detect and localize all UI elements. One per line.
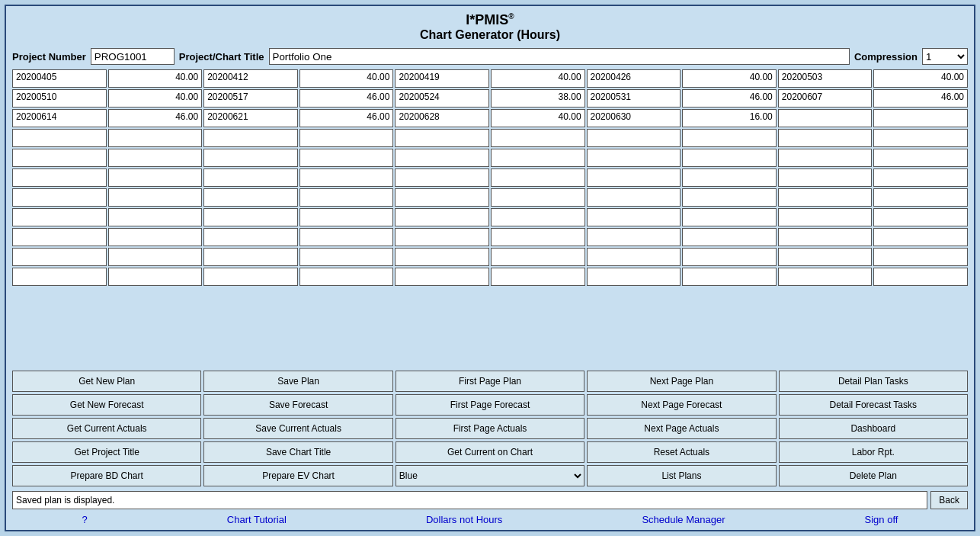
data-cell: 38.00	[491, 89, 585, 108]
action-button[interactable]: First Page Plan	[396, 371, 584, 392]
header: I*PMIS® Chart Generator (Hours)	[6, 6, 974, 45]
action-button[interactable]: Get New Forecast	[12, 394, 201, 416]
back-button[interactable]: Back	[930, 491, 968, 509]
action-button[interactable]: Save Plan	[203, 371, 392, 392]
data-cell	[682, 268, 777, 286]
data-cell	[587, 188, 681, 207]
action-button[interactable]: Prepare EV Chart	[203, 465, 392, 486]
data-cell: 20200405	[12, 69, 107, 88]
data-cell	[491, 129, 585, 147]
table-row: 2020040540.002020041240.002020041940.002…	[12, 69, 968, 88]
footer-link-signoff[interactable]: Sign off	[865, 514, 898, 525]
data-cell: 20200426	[587, 69, 681, 88]
data-cell	[12, 149, 107, 167]
data-cell	[395, 248, 489, 266]
footer-link-dollars[interactable]: Dollars not Hours	[426, 514, 502, 525]
data-cell	[778, 248, 873, 266]
data-cell: 20200531	[587, 89, 681, 108]
data-cell	[778, 169, 873, 187]
data-cell	[299, 129, 394, 147]
data-cell	[873, 129, 968, 147]
data-cell	[12, 268, 107, 286]
data-cell	[873, 169, 968, 187]
data-cell: 20200517	[203, 89, 298, 108]
action-button[interactable]: Dashboard	[779, 418, 968, 439]
data-cell	[491, 208, 585, 226]
data-cell: 46.00	[299, 109, 394, 127]
data-cell	[873, 188, 968, 207]
action-button[interactable]: Next Page Forecast	[587, 394, 776, 416]
data-cell: 20200524	[395, 89, 489, 108]
compression-label: Compression	[854, 51, 918, 63]
table-row	[12, 129, 968, 147]
table-row: 2020051040.002020051746.002020052438.002…	[12, 89, 968, 108]
data-cell	[682, 169, 777, 187]
data-cell	[682, 129, 777, 147]
data-cell: 40.00	[108, 89, 203, 108]
footer-links: ? Chart Tutorial Dollars not Hours Sched…	[6, 511, 974, 530]
data-cell	[395, 208, 489, 226]
data-cell: 46.00	[108, 109, 203, 127]
action-button[interactable]: First Page Forecast	[396, 394, 584, 416]
data-cell	[873, 248, 968, 266]
status-text: Saved plan is displayed.	[12, 491, 927, 509]
action-button[interactable]: First Page Actuals	[396, 418, 584, 439]
compression-select[interactable]: 123	[922, 48, 968, 65]
action-button[interactable]: Save Chart Title	[203, 441, 392, 463]
table-row	[12, 228, 968, 246]
app-title: I*PMIS®	[6, 12, 974, 28]
project-number-input[interactable]	[91, 48, 175, 65]
footer-link-chart-tutorial[interactable]: Chart Tutorial	[227, 514, 287, 525]
data-cell: 20200621	[203, 109, 298, 127]
data-cell	[682, 208, 777, 226]
action-button[interactable]: List Plans	[587, 465, 776, 486]
action-button[interactable]: Prepare BD Chart	[12, 465, 201, 486]
project-title-input[interactable]	[269, 48, 850, 65]
action-button[interactable]: Delete Plan	[779, 465, 968, 486]
data-cell	[587, 149, 681, 167]
action-button[interactable]: Save Forecast	[203, 394, 392, 416]
data-cell	[778, 109, 873, 127]
data-cell	[778, 268, 873, 286]
color-select[interactable]: BlueRedGreenBlackOrange	[396, 465, 584, 486]
data-cell	[203, 208, 298, 226]
action-button[interactable]: Get Current Actuals	[12, 418, 201, 439]
table-row	[12, 268, 968, 286]
data-cell: 40.00	[873, 69, 968, 88]
data-cell	[491, 268, 585, 286]
data-cell	[778, 208, 873, 226]
data-cell	[203, 129, 298, 147]
action-button[interactable]: Detail Plan Tasks	[779, 371, 968, 392]
data-cell	[873, 268, 968, 286]
data-cell	[203, 248, 298, 266]
data-cell: 40.00	[682, 69, 777, 88]
footer-link-schedule[interactable]: Schedule Manager	[642, 514, 725, 525]
action-button[interactable]: Next Page Plan	[587, 371, 776, 392]
action-button[interactable]: Get Current on Chart	[396, 441, 584, 463]
action-button[interactable]: Get New Plan	[12, 371, 201, 392]
data-cell	[12, 129, 107, 147]
data-cell	[299, 188, 394, 207]
footer-link-help[interactable]: ?	[82, 514, 88, 525]
data-cell	[12, 208, 107, 226]
data-cell: 46.00	[873, 89, 968, 108]
data-cell	[12, 228, 107, 246]
data-cell	[491, 228, 585, 246]
action-button[interactable]: Labor Rpt.	[779, 441, 968, 463]
table-row: 2020061446.002020062146.002020062840.002…	[12, 109, 968, 127]
action-button[interactable]: Save Current Actuals	[203, 418, 392, 439]
data-cell	[587, 208, 681, 226]
action-button[interactable]: Detail Forecast Tasks	[779, 394, 968, 416]
data-cell: 46.00	[299, 89, 394, 108]
data-cell	[12, 248, 107, 266]
action-button[interactable]: Get Project Title	[12, 441, 201, 463]
data-cell: 40.00	[491, 69, 585, 88]
data-cell: 20200628	[395, 109, 489, 127]
data-cell: 16.00	[682, 109, 777, 127]
project-row: Project Number Project/Chart Title Compr…	[6, 45, 974, 68]
data-cell: 20200510	[12, 89, 107, 108]
action-button[interactable]: Reset Actuals	[587, 441, 776, 463]
action-button[interactable]: Next Page Actuals	[587, 418, 776, 439]
data-cell	[299, 208, 394, 226]
data-cell	[203, 169, 298, 187]
